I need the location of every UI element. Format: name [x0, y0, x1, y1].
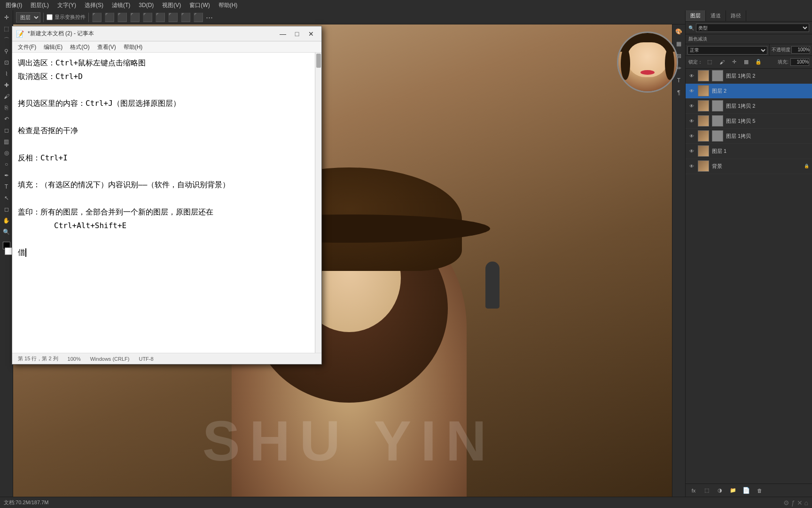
pen-tool[interactable]: ✒ — [1, 170, 12, 181]
lock-position[interactable]: ✛ — [729, 57, 739, 67]
notepad-content-area: 调出选区：Ctrl+鼠标左键点击缩略图 取消选区：Ctrl+D 拷贝选区里的内容… — [12, 53, 321, 353]
notepad-maximize-button[interactable]: □ — [290, 29, 304, 39]
notepad-menu-file[interactable]: 文件(F) — [14, 41, 40, 53]
lock-all[interactable]: 🔒 — [753, 57, 764, 67]
shape-tool[interactable]: ◻ — [1, 204, 12, 214]
tab-paths[interactable]: 路径 — [726, 10, 746, 21]
delete-layer-button[interactable]: 🗑 — [754, 485, 765, 496]
streamer-avatar — [617, 32, 678, 93]
path-select-tool[interactable]: ↖ — [1, 193, 12, 203]
notepad-position: 第 15 行，第 2 列 — [18, 355, 58, 362]
notepad-scrollbar[interactable] — [315, 53, 321, 353]
doc-size-info: 文档:70.2M/187.7M — [4, 499, 48, 506]
photoshop-app: 图像(I) 图层(L) 文字(Y) 选择(S) 滤镜(T) 3D(D) 视图(V… — [0, 0, 812, 508]
eraser-tool[interactable]: ◻ — [1, 125, 12, 135]
layer-name-2: 图层 1拷贝 2 — [726, 103, 809, 110]
layer-item-0[interactable]: 👁 图层 1拷贝 2 — [686, 69, 812, 84]
crop-tool[interactable]: ⊡ — [1, 57, 12, 68]
move-tool[interactable]: ✛ — [1, 12, 12, 23]
blend-mode-select[interactable]: 正常 — [687, 46, 767, 55]
notepad-menu-help[interactable]: 帮助(H) — [120, 41, 147, 53]
opacity-label: 不透明度 — [772, 47, 790, 53]
gradient-tool[interactable]: ▥ — [1, 136, 12, 147]
background-color[interactable] — [5, 247, 12, 255]
stamp-tool[interactable]: ⎘ — [1, 103, 12, 113]
fill-input[interactable] — [790, 58, 809, 66]
lock-image-pixels[interactable]: 🖌 — [717, 57, 727, 67]
menu-item-window[interactable]: 窗口(W) — [186, 0, 213, 10]
tab-channels[interactable]: 通道 — [706, 10, 726, 21]
layer-name-0: 图层 1拷贝 2 — [726, 72, 809, 79]
eyedropper-tool[interactable]: ⌇ — [1, 69, 12, 79]
menu-item-select[interactable]: 选择(S) — [81, 0, 107, 10]
layer-visibility-5[interactable]: 👁 — [688, 148, 695, 154]
layer-name-3: 图层 1拷贝 5 — [726, 118, 809, 125]
notepad-text-content[interactable]: 调出选区：Ctrl+鼠标左键点击缩略图 取消选区：Ctrl+D 拷贝选区里的内容… — [12, 53, 321, 263]
text-tool[interactable]: T — [1, 182, 12, 192]
layer-item-6[interactable]: 👁 背景 🔒 — [686, 159, 812, 174]
layer-thumb-4 — [698, 130, 709, 142]
heal-tool[interactable]: ✚ — [1, 80, 12, 90]
layer-visibility-1[interactable]: 👁 — [688, 87, 695, 94]
notepad-menu-view[interactable]: 查看(V) — [94, 41, 120, 53]
layer-visibility-3[interactable]: 👁 — [688, 118, 695, 124]
add-mask-button[interactable]: ⬚ — [702, 485, 712, 496]
new-group-button[interactable]: 📁 — [728, 485, 738, 496]
notepad-menu-format[interactable]: 格式(O) — [66, 41, 93, 53]
new-adjustment-button[interactable]: ◑ — [715, 485, 725, 496]
hand-tool[interactable]: ✋ — [1, 215, 12, 226]
layer-item-2[interactable]: 👁 图层 1拷贝 2 — [686, 99, 812, 114]
layer-thumb-0 — [698, 70, 709, 81]
notepad-window-buttons: — □ ✕ — [276, 29, 318, 39]
layer-item-3[interactable]: 👁 图层 1拷贝 5 — [686, 114, 812, 129]
notepad-zoom: 100% — [68, 356, 81, 362]
notepad-scrollbar-thumb[interactable] — [316, 54, 321, 68]
move-tool-select[interactable]: 图层 — [16, 12, 40, 23]
brush-tool[interactable]: 🖌 — [1, 91, 12, 102]
ps-controls-icons: ⚙ ƒ ✕ ⌂ — [783, 499, 808, 507]
quick-select-tool[interactable]: ⚲ — [1, 46, 12, 56]
layer-item-1[interactable]: 👁 图层 2 — [686, 84, 812, 99]
layer-type-filter[interactable]: 类型 — [696, 24, 809, 32]
menu-item-filter[interactable]: 滤镜(T) — [108, 0, 134, 10]
notepad-close-button[interactable]: ✕ — [304, 29, 318, 39]
notepad-minimize-button[interactable]: — — [276, 29, 289, 39]
lock-artboard[interactable]: ▦ — [741, 57, 751, 67]
menu-item-image[interactable]: 图像(I) — [2, 0, 26, 10]
notepad-statusbar: 第 15 行，第 2 列 100% Windows (CRLF) UTF-8 — [12, 353, 321, 364]
lasso-tool[interactable]: ⌒ — [1, 35, 12, 45]
ps-right-icon-strip: 🎨 ▦ ⊞ ✏ T ¶ — [672, 24, 685, 497]
layer-mask-4 — [712, 130, 723, 142]
layer-item-5[interactable]: 👁 图层 1 — [686, 144, 812, 159]
notepad-menubar: 文件(F) 编辑(E) 格式(O) 查看(V) 帮助(H) — [12, 41, 321, 53]
lock-transparent-pixels[interactable]: ⬚ — [704, 57, 715, 67]
ps-options-bar: 图层 显示变换控件 ⬛ ⬛ ⬛ ⬛ ⬛ ⬛ ⬛ ⬛ ⬛ ··· — [13, 10, 685, 24]
menu-item-view[interactable]: 视图(V) — [158, 0, 185, 10]
new-layer-button[interactable]: 📄 — [741, 485, 751, 496]
layer-visibility-2[interactable]: 👁 — [688, 103, 695, 109]
layer-thumb-1 — [698, 85, 709, 96]
menu-item-text[interactable]: 文字(Y) — [54, 0, 80, 10]
zoom-tool[interactable]: 🔍 — [1, 227, 12, 237]
notepad-titlebar: 📝 *新建文本文档 (2) - 记事本 — □ ✕ — [12, 26, 321, 41]
notepad-menu-edit[interactable]: 编辑(E) — [40, 41, 66, 53]
marquee-tool[interactable]: ⬚ — [1, 24, 12, 34]
layer-fx-button[interactable]: fx — [688, 485, 699, 496]
menu-item-3d[interactable]: 3D(D) — [135, 0, 157, 10]
history-brush[interactable]: ↶ — [1, 114, 12, 124]
layer-thumb-6 — [698, 160, 709, 172]
layer-visibility-6[interactable]: 👁 — [688, 163, 695, 169]
tab-layers[interactable]: 图层 — [686, 10, 706, 21]
layer-visibility-0[interactable]: 👁 — [688, 72, 695, 79]
layer-name-6: 背景 — [712, 163, 801, 170]
menu-item-help[interactable]: 帮助(H) — [215, 0, 242, 10]
layer-mask-2 — [712, 100, 723, 111]
layer-item-4[interactable]: 👁 图层 1拷贝 — [686, 129, 812, 144]
menu-item-layer[interactable]: 图层(L) — [27, 0, 53, 10]
layer-visibility-4[interactable]: 👁 — [688, 133, 695, 139]
blur-tool[interactable]: ◎ — [1, 148, 12, 158]
dodge-tool[interactable]: ○ — [1, 159, 12, 169]
opacity-input[interactable] — [791, 46, 810, 54]
text-cursor — [25, 248, 26, 257]
show-transform-checkbox[interactable] — [47, 14, 53, 20]
